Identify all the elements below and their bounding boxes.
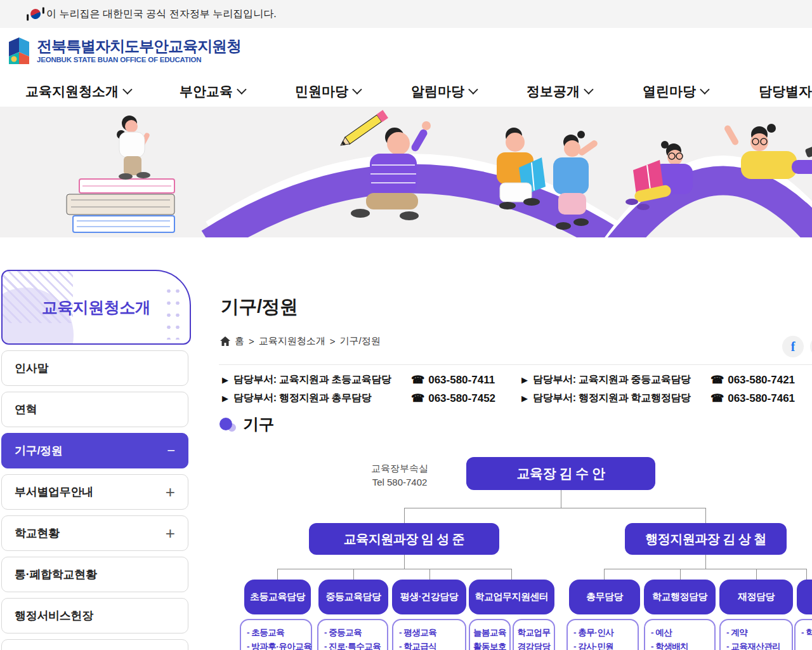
chevron-down-icon [122,84,133,95]
sidebar-item-partial[interactable] [1,639,188,650]
nav-item-notice[interactable]: 알림마당 [411,76,476,107]
org-detail-contracts: - 계약 - 교육재산관리 [719,619,793,650]
detail-line: - 평생교육 [399,626,459,640]
phone-icon: ☎ [710,392,724,405]
sidebar-item-merged-schools[interactable]: 통·폐합학교현황 [1,557,188,592]
org-box-finance-team: 재정담당 [719,580,793,614]
detail-line: 경감담당 [515,640,553,650]
org-detail-elementary: - 초등교육 - 방과후·유아교육 [240,619,312,650]
breadcrumb-current: 기구/정원 [340,335,381,347]
phone-icon: ☎ [411,373,424,387]
detail-line: - 예산 [651,626,709,640]
breadcrumb-section[interactable]: 교육지원청소개 [259,335,325,347]
collapse-icon[interactable]: − [167,444,175,458]
sidebar-item-school-status[interactable]: 학교현황 + [1,515,188,551]
contact-tel: 063-580-7411 [428,374,495,387]
org-box-secondary-team: 중등교육담당 [318,580,388,614]
detail-line: - 학생배치 [651,640,709,650]
detail-line: 학교업무 [515,626,553,640]
nav-label: 열린마당 [643,83,696,100]
book-stack [67,179,174,232]
org-connector [404,508,706,508]
org-connector [511,569,512,580]
org-box-lifelong-health-team: 평생·건강담당 [392,580,466,614]
hero-illustration [0,107,812,237]
sidebar-item-service-charter[interactable]: 행정서비스헌장 [1,598,188,633]
org-detail-partial: - 학 [794,619,812,650]
nav-item-department-materials[interactable]: 담당별자료실 [759,76,812,107]
breadcrumb-home[interactable]: 홈 [235,335,244,347]
hero-banner [0,107,812,237]
korea-flag-icon [29,7,42,20]
org-detail-neulbom: 늘봄교육 활동보호 [469,619,511,650]
nav-item-civil-service[interactable]: 민원마당 [295,76,360,107]
org-connector [277,569,278,580]
chevron-down-icon [584,84,594,95]
chevron-down-icon [468,84,478,95]
nav-label: 알림마당 [411,83,464,100]
sidebar-item-department-duties[interactable]: 부서별업무안내 + [1,474,188,510]
detail-line: - 중등교육 [324,626,381,640]
expand-icon[interactable]: + [166,525,175,541]
section-title: 기구 [243,414,274,435]
contact-dept: 담당부서: 교육지원과 중등교육담당 [533,373,710,387]
nav-label: 민원마당 [295,83,348,100]
contact-row: ▶ 담당부서: 교육지원과 중등교육담당 ☎063-580-7421 [521,373,808,387]
org-connector [756,569,757,580]
sidebar-item-label: 인사말 [15,361,175,376]
org-connector [429,569,430,580]
contact-dept: 담당부서: 행정지원과 학교행정담당 [533,392,710,405]
sidebar-item-label: 부서별업무안내 [15,484,166,500]
gov-banner-text: 이 누리집은 대한민국 공식 전자정부 누리집입니다. [46,8,277,21]
sidebar-item-organization[interactable]: 기구/정원 − [1,433,188,468]
annotation-line: 교육장부속실 [352,461,447,475]
sidebar-item-label: 통·폐합학교현황 [15,567,175,582]
gov-banner: 이 누리집은 대한민국 공식 전자정부 누리집입니다. [0,0,812,29]
detail-line: - 감사·민원 [573,640,632,650]
home-icon[interactable] [220,336,230,346]
logo-book-icon [6,36,32,65]
facebook-share-button[interactable]: f [782,336,804,357]
nav-item-open-forum[interactable]: 열린마당 [643,76,707,107]
arrow-bullet-icon: ▶ [222,394,228,403]
org-box-admin-support-head: 행정지원과장 김 상 철 [625,523,787,555]
org-connector [604,569,807,569]
detail-line: - 학 [801,626,812,640]
sidebar-item-history[interactable]: 연혁 [1,392,188,427]
nav-item-buan-education[interactable]: 부안교육 [180,76,244,107]
bullet-circles-icon [219,416,236,433]
nav-label: 정보공개 [527,83,580,100]
section-heading: 기구 [219,414,274,435]
detail-line: - 초등교육 [247,626,305,640]
org-box-elementary-team: 초등교육담당 [244,580,311,614]
expand-icon[interactable]: + [166,484,175,500]
contact-tel: 063-580-7461 [728,392,795,405]
org-connector [680,569,681,580]
contact-row: ▶ 담당부서: 행정지원과 학교행정담당 ☎063-580-7461 [521,392,808,405]
nav-item-information[interactable]: 정보공개 [527,76,591,107]
sidebar-item-label: 학교현황 [15,526,166,541]
chevron-down-icon [237,84,247,95]
detail-line: 늘봄교육 [471,626,508,640]
sidebar-title: 교육지원청소개 [42,297,151,318]
page-title: 기구/정원 [221,295,298,320]
nav-item-office-intro[interactable]: 교육지원청소개 [25,76,130,107]
breadcrumb-separator: > [330,336,336,347]
detail-line: - 총무·인사 [573,626,632,640]
org-connector [705,555,706,569]
contact-dept: 담당부서: 행정지원과 총무담당 [233,392,411,405]
contact-info: ▶ 담당부서: 교육지원과 초등교육담당 ☎063-580-7411 ▶ 담당부… [222,373,808,405]
chevron-down-icon [700,84,710,95]
org-connector [705,508,706,523]
org-box-superintendent: 교육장 김 수 안 [466,457,655,490]
sidebar-item-greeting[interactable]: 인사말 [1,350,188,386]
site-logo[interactable]: 전북특별자치도부안교육지원청 JEONBUK STATE BUAN OFFICE… [6,36,241,65]
breadcrumb-separator: > [249,336,254,347]
org-annotation: 교육장부속실 Tel 580-7402 [352,461,447,489]
org-detail-secondary: - 중등교육 - 진로·특수교육 [317,619,388,650]
phone-icon: ☎ [411,392,424,405]
org-detail-workload-relief: 학교업무 경감담당 [513,619,555,650]
global-nav: 교육지원청소개 부안교육 민원마당 알림마당 정보공개 열린마당 담당별자료실 [0,76,812,107]
sidebar-item-label: 연혁 [15,402,175,417]
org-connector [604,569,605,580]
